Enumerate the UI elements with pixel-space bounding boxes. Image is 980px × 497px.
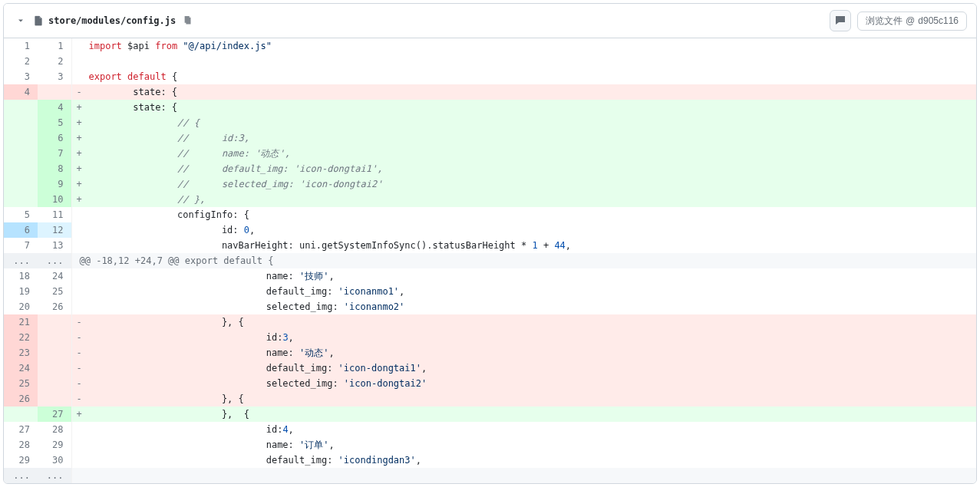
code-cell[interactable]: - default_img: 'icon-dongtai1', [71,360,976,376]
code-cell[interactable]: configInfo: { [71,207,976,222]
new-line-number[interactable]: ... [38,468,71,483]
diff-row: 22- id:3, [4,330,976,345]
code-cell[interactable] [71,468,976,483]
diff-row: 1824 name: '技师', [4,268,976,284]
old-line-number[interactable] [4,146,38,161]
code-cell[interactable]: + // default_img: 'icon-dongtai1', [71,161,976,176]
new-line-number[interactable]: 12 [38,222,71,238]
code-cell[interactable]: - name: '动态', [71,345,976,360]
new-line-number[interactable]: 8 [38,161,71,176]
old-line-number[interactable]: 23 [4,345,38,360]
new-line-number[interactable]: 9 [38,176,71,192]
code-cell[interactable]: - }, { [71,391,976,406]
new-line-number[interactable]: 25 [38,284,71,299]
old-line-number[interactable]: 3 [4,69,38,84]
copy-path-icon[interactable] [180,13,196,28]
code-cell[interactable]: - }, { [71,314,976,330]
code-cell[interactable]: selected_img: 'iconanmo2' [71,299,976,314]
code-cell[interactable]: - state: { [71,84,976,100]
new-line-number[interactable]: 2 [38,54,71,69]
old-line-number[interactable] [4,130,38,146]
diff-row: 10+ // }, [4,192,976,207]
code-cell[interactable]: default_img: 'icondingdan3', [71,453,976,468]
old-line-number[interactable]: ... [4,468,38,483]
code-cell[interactable]: export default { [71,69,976,84]
code-cell[interactable]: name: '订单', [71,437,976,453]
code-cell[interactable]: name: '技师', [71,268,976,284]
old-line-number[interactable]: 6 [4,222,38,238]
chevron-down-icon[interactable] [13,13,28,28]
new-line-number[interactable]: 1 [38,38,71,54]
code-cell[interactable]: default_img: 'iconanmo1', [71,284,976,299]
new-line-number[interactable]: 4 [38,100,71,115]
new-line-number[interactable] [38,360,71,376]
file-path[interactable]: store/modules/config.js [48,15,176,26]
new-line-number[interactable]: 6 [38,130,71,146]
new-line-number[interactable]: 24 [38,268,71,284]
old-line-number[interactable]: 22 [4,330,38,345]
code-cell[interactable]: id: 0, [71,222,976,238]
new-line-number[interactable]: 3 [38,69,71,84]
diff-row: 8+ // default_img: 'icon-dongtai1', [4,161,976,176]
old-line-number[interactable]: 1 [4,38,38,54]
old-line-number[interactable]: 24 [4,360,38,376]
code-cell[interactable]: + // }, [71,192,976,207]
new-line-number[interactable]: 10 [38,192,71,207]
old-line-number[interactable]: 19 [4,284,38,299]
old-line-number[interactable]: 26 [4,391,38,406]
new-line-number[interactable] [38,345,71,360]
code-cell[interactable]: + // selected_img: 'icon-dongtai2' [71,176,976,192]
old-line-number[interactable]: ... [4,253,38,268]
new-line-number[interactable] [38,391,71,406]
old-line-number[interactable]: 28 [4,437,38,453]
old-line-number[interactable]: 4 [4,84,38,100]
old-line-number[interactable] [4,176,38,192]
old-line-number[interactable] [4,161,38,176]
code-cell[interactable]: id:4, [71,422,976,437]
diff-row: 9+ // selected_img: 'icon-dongtai2' [4,176,976,192]
code-cell[interactable]: + // id:3, [71,130,976,146]
old-line-number[interactable]: 21 [4,314,38,330]
new-line-number[interactable]: 30 [38,453,71,468]
old-line-number[interactable]: 29 [4,453,38,468]
new-line-number[interactable]: 27 [38,406,71,422]
code-cell[interactable]: - id:3, [71,330,976,345]
code-cell[interactable]: - selected_img: 'icon-dongtai2' [71,376,976,391]
old-line-number[interactable]: 18 [4,268,38,284]
old-line-number[interactable]: 5 [4,207,38,222]
old-line-number[interactable] [4,100,38,115]
new-line-number[interactable]: 29 [38,437,71,453]
code-cell[interactable]: navBarHeight: uni.getSystemInfoSync().st… [71,238,976,253]
old-line-number[interactable]: 20 [4,299,38,314]
diff-sign: + [77,146,82,161]
old-line-number[interactable] [4,192,38,207]
code-cell[interactable]: import $api from "@/api/index.js" [71,38,976,54]
new-line-number[interactable]: 5 [38,115,71,130]
diff-row: 27+ }, { [4,406,976,422]
old-line-number[interactable]: 2 [4,54,38,69]
old-line-number[interactable]: 27 [4,422,38,437]
old-line-number[interactable] [4,406,38,422]
code-cell[interactable]: + // name: '动态', [71,146,976,161]
new-line-number[interactable] [38,84,71,100]
code-cell[interactable]: @@ -18,12 +24,7 @@ export default { [71,253,976,268]
new-line-number[interactable]: 13 [38,238,71,253]
new-line-number[interactable] [38,314,71,330]
new-line-number[interactable]: 7 [38,146,71,161]
new-line-number[interactable]: 26 [38,299,71,314]
old-line-number[interactable]: 7 [4,238,38,253]
code-cell[interactable]: + state: { [71,100,976,115]
diff-row: 26- }, { [4,391,976,406]
old-line-number[interactable]: 25 [4,376,38,391]
new-line-number[interactable]: 28 [38,422,71,437]
comment-icon[interactable] [830,10,851,31]
new-line-number[interactable]: ... [38,253,71,268]
code-cell[interactable]: + }, { [71,406,976,422]
old-line-number[interactable] [4,115,38,130]
new-line-number[interactable] [38,330,71,345]
code-cell[interactable]: + // { [71,115,976,130]
browse-file-button[interactable]: 浏览文件 @ d905c116 [857,12,967,31]
new-line-number[interactable] [38,376,71,391]
code-cell[interactable] [71,54,976,69]
new-line-number[interactable]: 11 [38,207,71,222]
